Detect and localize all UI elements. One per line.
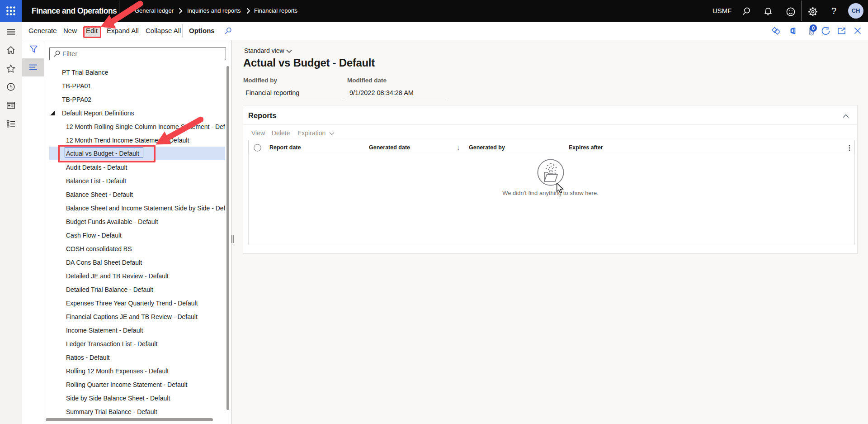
svg-text:0: 0 (812, 25, 815, 31)
